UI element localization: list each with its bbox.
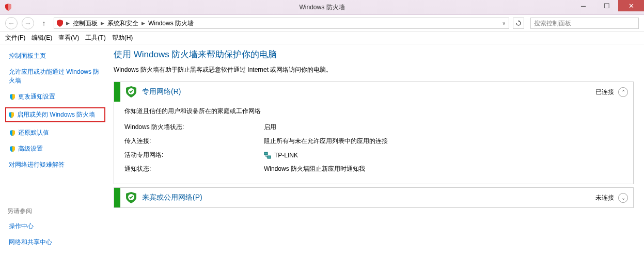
back-button[interactable]: ←	[5, 17, 18, 29]
breadcrumb-item[interactable]: 系统和安全	[106, 19, 139, 28]
address-bar[interactable]: ▶ 控制面板 ▶ 系统和安全 ▶ Windows 防火墙 v	[54, 18, 509, 29]
minimize-button[interactable]: ─	[572, 0, 595, 11]
window-title: Windows 防火墙	[299, 3, 344, 12]
svg-rect-1	[264, 152, 268, 155]
notify-value: Windows 防火墙阻止新应用时通知我	[264, 165, 626, 173]
incoming-value: 阻止所有与未在允许应用列表中的应用的连接	[264, 137, 626, 146]
sidebar-restore[interactable]: 还原默认值	[7, 127, 103, 138]
menu-help[interactable]: 帮助(H)	[112, 34, 133, 42]
breadcrumb-item[interactable]: Windows 防火墙	[147, 19, 195, 28]
search-input[interactable]: 搜索控制面板	[530, 18, 639, 29]
sidebar-advanced[interactable]: 高级设置	[7, 143, 103, 154]
see-also-header: 另请参阅	[7, 207, 103, 216]
menu-view[interactable]: 查看(V)	[58, 34, 79, 42]
breadcrumb-item[interactable]: 控制面板	[72, 19, 99, 28]
state-label: Windows 防火墙状态:	[124, 123, 264, 132]
sidebar-network-sharing[interactable]: 网络和共享中心	[7, 237, 103, 248]
menu-tools[interactable]: 工具(T)	[85, 34, 105, 42]
maximize-button[interactable]: ☐	[595, 0, 618, 11]
address-dropdown-icon[interactable]: v	[501, 21, 508, 26]
private-network-panel: 专用网络(R) 已连接 ⌃ 你知道且信任的用户和设备所在的家庭或工作网络 Win…	[114, 82, 634, 184]
private-network-status: 已连接	[595, 88, 614, 96]
public-network-title: 来宾或公用网络(P)	[142, 193, 595, 202]
shield-icon	[9, 146, 16, 153]
sidebar-action-center[interactable]: 操作中心	[7, 221, 103, 232]
sidebar-toggle-firewall[interactable]: 启用或关闭 Windows 防火墙	[5, 107, 105, 122]
app-icon	[4, 3, 12, 11]
notify-label: 通知状态:	[124, 165, 264, 173]
shield-check-icon	[124, 85, 138, 99]
refresh-button[interactable]	[513, 18, 524, 29]
public-network-status: 未连接	[595, 194, 614, 202]
incoming-label: 传入连接:	[124, 137, 264, 146]
chevron-right-icon: ▶	[101, 21, 104, 26]
active-net-label: 活动专用网络:	[124, 151, 264, 159]
sidebar-notify[interactable]: 更改通知设置	[7, 91, 103, 102]
up-button[interactable]: ↑	[38, 18, 50, 29]
sidebar-home[interactable]: 控制面板主页	[7, 51, 103, 61]
state-value: 启用	[264, 123, 626, 132]
page-heading: 使用 Windows 防火墙来帮助保护你的电脑	[114, 49, 634, 60]
sidebar-troubleshoot[interactable]: 对网络进行疑难解答	[7, 159, 103, 170]
network-icon	[264, 152, 271, 159]
chevron-up-icon[interactable]: ⌃	[618, 87, 628, 97]
shield-icon	[8, 111, 15, 119]
shield-icon	[9, 93, 16, 101]
chevron-right-icon: ▶	[66, 21, 70, 26]
location-icon	[56, 19, 64, 27]
private-network-sub: 你知道且信任的用户和设备所在的家庭或工作网络	[124, 107, 626, 116]
public-network-header[interactable]: 来宾或公用网络(P) 未连接 ⌄	[114, 188, 633, 207]
private-network-title: 专用网络(R)	[142, 87, 595, 96]
private-network-header[interactable]: 专用网络(R) 已连接 ⌃	[114, 82, 633, 102]
shield-check-icon	[124, 191, 138, 204]
menu-edit[interactable]: 编辑(E)	[32, 34, 52, 42]
active-net-value: TP-LINK	[274, 152, 298, 159]
public-network-panel: 来宾或公用网络(P) 未连接 ⌄	[114, 187, 634, 208]
shield-icon	[9, 130, 16, 137]
menu-file[interactable]: 文件(F)	[5, 34, 25, 42]
close-button[interactable]: ✕	[618, 0, 644, 11]
chevron-down-icon[interactable]: ⌄	[618, 193, 628, 203]
forward-button[interactable]: →	[22, 17, 34, 29]
page-description: Windows 防火墙有助于防止黑客或恶意软件通过 Internet 或网络访问…	[114, 66, 634, 74]
svg-rect-2	[268, 156, 271, 158]
sidebar-allow-app[interactable]: 允许应用或功能通过 Windows 防火墙	[7, 67, 103, 86]
chevron-right-icon: ▶	[142, 21, 145, 26]
